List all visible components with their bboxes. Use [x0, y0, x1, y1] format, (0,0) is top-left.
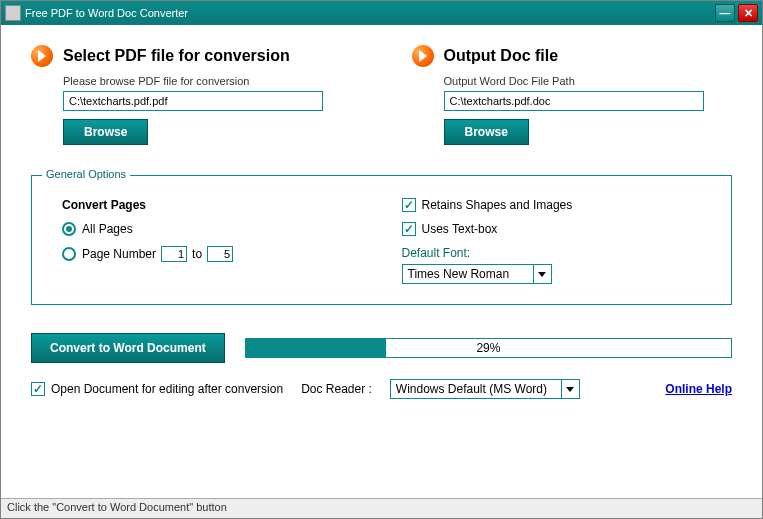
output-browse-button[interactable]: Browse — [444, 119, 529, 145]
default-font-value: Times New Roman — [403, 265, 533, 283]
input-sublabel: Please browse PDF file for conversion — [63, 75, 352, 87]
chevron-down-icon — [561, 380, 579, 398]
input-section: Select PDF file for conversion Please br… — [31, 45, 352, 145]
default-font-label: Default Font: — [402, 246, 702, 260]
input-heading: Select PDF file for conversion — [63, 47, 290, 65]
all-pages-radio[interactable] — [62, 222, 76, 236]
output-path-field[interactable] — [444, 91, 704, 111]
progress-text: 29% — [246, 339, 731, 357]
minimize-button[interactable]: — — [715, 4, 735, 22]
uses-textbox-checkbox[interactable]: ✓ — [402, 222, 416, 236]
status-text: Click the "Convert to Word Document" but… — [7, 501, 227, 513]
page-number-radio[interactable] — [62, 247, 76, 261]
output-sublabel: Output Word Doc File Path — [444, 75, 733, 87]
all-pages-label: All Pages — [82, 222, 133, 236]
doc-reader-select[interactable]: Windows Default (MS Word) — [390, 379, 580, 399]
online-help-link[interactable]: Online Help — [665, 382, 732, 396]
general-options-legend: General Options — [42, 168, 130, 180]
retain-shapes-checkbox[interactable]: ✓ — [402, 198, 416, 212]
app-icon — [5, 5, 21, 21]
page-number-label: Page Number — [82, 247, 156, 261]
content-area: Select PDF file for conversion Please br… — [1, 25, 762, 498]
output-heading: Output Doc file — [444, 47, 559, 65]
doc-reader-value: Windows Default (MS Word) — [391, 380, 561, 398]
titlebar: Free PDF to Word Doc Converter — ✕ — [1, 1, 762, 25]
page-from-input[interactable] — [161, 246, 187, 262]
output-section: Output Doc file Output Word Doc File Pat… — [412, 45, 733, 145]
chevron-down-icon — [533, 265, 551, 283]
page-to-input[interactable] — [207, 246, 233, 262]
arrow-bullet-icon — [31, 45, 53, 67]
input-path-field[interactable] — [63, 91, 323, 111]
convert-button[interactable]: Convert to Word Document — [31, 333, 225, 363]
open-after-label: Open Document for editing after conversi… — [51, 382, 283, 396]
default-font-select[interactable]: Times New Roman — [402, 264, 552, 284]
uses-textbox-label: Uses Text-box — [422, 222, 498, 236]
close-button[interactable]: ✕ — [738, 4, 758, 22]
app-window: Free PDF to Word Doc Converter — ✕ Selec… — [0, 0, 763, 519]
doc-reader-label: Doc Reader : — [301, 382, 372, 396]
progress-bar: 29% — [245, 338, 732, 358]
convert-pages-title: Convert Pages — [62, 198, 362, 212]
arrow-bullet-icon — [412, 45, 434, 67]
to-label: to — [192, 247, 202, 261]
window-title: Free PDF to Word Doc Converter — [25, 7, 188, 19]
retain-shapes-label: Retains Shapes and Images — [422, 198, 573, 212]
general-options-group: General Options Convert Pages All Pages … — [31, 175, 732, 305]
status-bar: Click the "Convert to Word Document" but… — [1, 498, 762, 518]
input-browse-button[interactable]: Browse — [63, 119, 148, 145]
open-after-checkbox[interactable]: ✓ — [31, 382, 45, 396]
